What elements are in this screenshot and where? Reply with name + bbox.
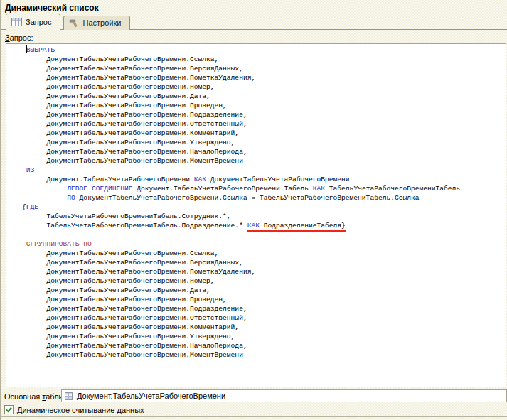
query-line: ПО ДокументТабельУчетаРабочегоВремени.Сс… — [22, 193, 506, 203]
query-line: ДокументТабельУчетаРабочегоВремени.Верси… — [22, 258, 506, 267]
query-line: ВЫБРАТЬ — [22, 45, 506, 55]
query-line: ДокументТабельУчетаРабочегоВремени.Подра… — [22, 110, 506, 119]
query-line: ДокументТабельУчетаРабочегоВремени.Ответ… — [22, 119, 506, 129]
query-line: ЛЕВОЕ СОЕДИНЕНИЕ Документ.ТабельУчетаРаб… — [22, 184, 506, 193]
query-line: ИЗ — [22, 166, 506, 175]
query-line: ДокументТабельУчетаРабочегоВремени.Момен… — [22, 350, 506, 360]
dynamic-read-label: Динамическое считывание данных — [17, 406, 144, 414]
query-line: ДокументТабельУчетаРабочегоВремени.Момен… — [22, 156, 506, 166]
query-line: {ГДЕ — [22, 203, 506, 212]
main-table-value: Документ.ТабельУчетаРабочегоВремени — [77, 392, 225, 400]
tab-settings-label: Настройки — [82, 18, 121, 27]
query-line: ДокументТабельУчетаРабочегоВремени.Подра… — [22, 304, 506, 313]
dynamic-read-checkbox[interactable] — [4, 405, 14, 414]
settings-tools-icon — [69, 18, 79, 28]
document-table-icon — [64, 392, 73, 401]
query-line: ДокументТабельУчетаРабочегоВремени.Ссылк… — [22, 249, 506, 258]
query-line: ДокументТабельУчетаРабочегоВремени.Комме… — [22, 323, 506, 332]
query-line: ДокументТабельУчетаРабочегоВремени.Комме… — [22, 129, 506, 138]
tab-strip: Запрос Настройки — [6, 15, 130, 30]
query-line: ДокументТабельУчетаРабочегоВремени.Верси… — [22, 64, 506, 73]
tab-query[interactable]: Запрос — [6, 14, 60, 30]
check-icon — [5, 406, 13, 414]
query-line: ДокументТабельУчетаРабочегоВремени.Утвер… — [22, 332, 506, 341]
dynamic-list-dialog: Динамический список Запрос — [0, 0, 507, 420]
query-line: ДокументТабельУчетаРабочегоВремени.Прове… — [22, 101, 506, 110]
table-icon — [11, 17, 22, 26]
text-cursor — [26, 45, 27, 53]
query-line: ДокументТабельУчетаРабочегоВремени.Помет… — [22, 73, 506, 82]
query-line: ДокументТабельУчетаРабочегоВремени.Начал… — [22, 341, 506, 350]
tab-settings[interactable]: Настройки — [63, 16, 130, 30]
query-line: ДокументТабельУчетаРабочегоВремени.Дата, — [22, 92, 506, 101]
query-line: СГРУППИРОВАТЬ ПО — [22, 239, 506, 249]
query-section-label: Запрос: — [5, 33, 33, 42]
query-line: ТабельУчетаРабочегоВремениТабель.Сотрудн… — [22, 212, 506, 221]
query-line: ДокументТабельУчетаРабочегоВремени.Ответ… — [22, 313, 506, 323]
dynamic-read-row: Динамическое считывание данных — [4, 405, 144, 414]
bottom-separator — [1, 416, 507, 417]
query-line: Документ.ТабельУчетаРабочегоВремени КАК … — [22, 175, 506, 184]
query-line: ДокументТабельУчетаРабочегоВремени.Номер… — [22, 276, 506, 286]
query-line: ДокументТабельУчетаРабочегоВремени.Начал… — [22, 147, 506, 156]
query-line: ДокументТабельУчетаРабочегоВремени.Утвер… — [22, 138, 506, 147]
query-line: ДокументТабельУчетаРабочегоВремени.Помет… — [22, 267, 506, 276]
tab-query-label: Запрос — [26, 18, 51, 26]
query-line: ДокументТабельУчетаРабочегоВремени.Дата, — [22, 286, 506, 295]
query-editor[interactable]: ВЫБРАТЬ ДокументТабельУчетаРабочегоВреме… — [6, 43, 506, 387]
main-table-field[interactable]: Документ.ТабельУчетаРабочегоВремени — [61, 389, 507, 402]
query-line: ТабельУчетаРабочегоВремениТабель.Подразд… — [22, 221, 506, 230]
page-title: Динамический список — [5, 3, 99, 13]
query-line: ДокументТабельУчетаРабочегоВремени.Номер… — [22, 82, 506, 92]
query-line: ДокументТабельУчетаРабочегоВремени.Ссылк… — [22, 55, 506, 64]
query-line: ДокументТабельУчетаРабочегоВремени.Прове… — [22, 295, 506, 304]
